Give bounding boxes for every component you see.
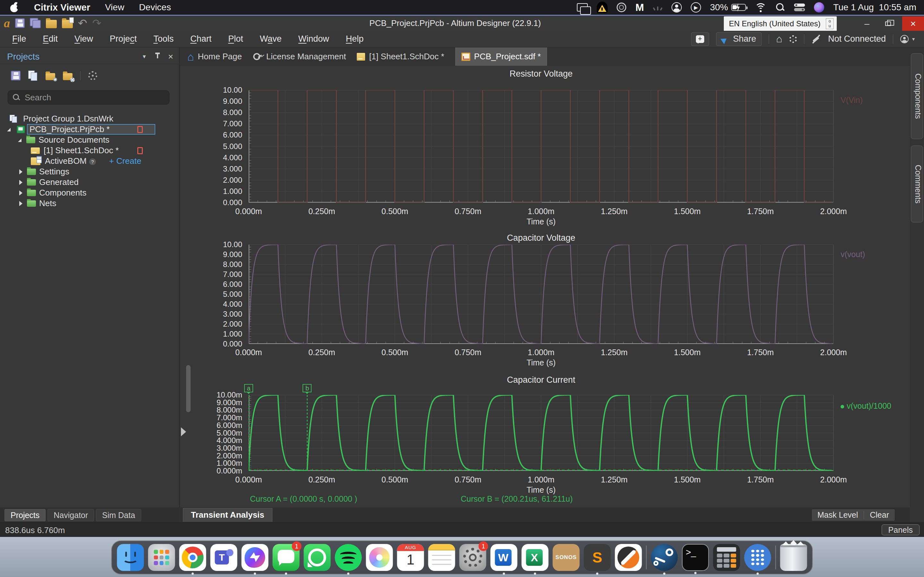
menu-help[interactable]: Help — [346, 34, 364, 44]
open-folder-icon[interactable] — [46, 20, 57, 28]
cursor-flag-b[interactable]: b — [302, 384, 312, 392]
dock-launchpad-icon[interactable] — [148, 544, 175, 571]
user-switch-icon[interactable] — [672, 2, 682, 13]
tree-item-settings[interactable]: Settings — [0, 166, 179, 177]
control-center-icon[interactable] — [794, 2, 805, 13]
tab-license-management[interactable]: License Management — [253, 47, 346, 66]
plot-area[interactable] — [249, 245, 834, 344]
mcafee-icon[interactable]: M — [635, 2, 644, 13]
tab-comments[interactable]: Comments — [911, 145, 923, 222]
settings-gear-icon[interactable] — [789, 35, 797, 43]
menu-project[interactable]: Project — [110, 34, 137, 44]
play-circle-icon[interactable]: ▶ — [691, 2, 701, 13]
altium-logo-icon[interactable]: a — [4, 18, 10, 29]
tab-transient-analysis[interactable]: Transient Analysis — [183, 508, 272, 522]
menu-chart[interactable]: Chart — [190, 34, 212, 44]
dock-finder-icon[interactable] — [117, 544, 144, 571]
account-button[interactable]: ▼ — [900, 35, 916, 43]
tree-item-activebom[interactable]: ActiveBOM ? + Create — [0, 156, 179, 166]
collapse-arrow-icon[interactable] — [19, 201, 23, 206]
minimize-button[interactable]: – — [857, 16, 877, 31]
save-project-icon[interactable] — [11, 71, 21, 81]
panels-button[interactable]: Panels — [882, 524, 919, 535]
dock-trash-icon[interactable] — [780, 544, 807, 571]
collapse-arrow-icon[interactable] — [19, 190, 23, 195]
wifi-icon[interactable] — [755, 2, 766, 13]
plot-area[interactable] — [249, 90, 834, 203]
dock-messenger-icon[interactable] — [242, 544, 268, 571]
close-button[interactable]: × — [902, 16, 924, 31]
battery-indicator[interactable]: 30% — [710, 2, 746, 13]
alert-icon[interactable] — [597, 2, 607, 13]
share-button[interactable]: Share — [716, 32, 762, 46]
explore-folder-icon[interactable] — [45, 73, 55, 80]
tree-item-generated[interactable]: Generated — [0, 177, 179, 187]
collapse-arrow-icon[interactable] — [19, 169, 23, 174]
macos-menu-devices[interactable]: Devices — [139, 2, 171, 13]
plot-area[interactable] — [249, 395, 834, 471]
dock-photos-icon[interactable] — [366, 544, 393, 571]
panel-close-icon[interactable]: × — [168, 53, 173, 61]
tab-home-page[interactable]: ⌂Home Page — [187, 47, 242, 66]
dock-notes-icon[interactable] — [428, 544, 455, 571]
connection-status[interactable]: Not Connected — [828, 34, 886, 44]
dock-excel-icon[interactable]: X — [522, 544, 549, 571]
cursor-flag-a[interactable]: a — [244, 384, 253, 392]
dock-sonos-icon[interactable]: SONOS — [553, 544, 580, 571]
comment-button[interactable]: + — [691, 32, 709, 46]
dock-settings-icon[interactable]: 1 — [459, 544, 486, 571]
dock-calculator-icon[interactable] — [713, 544, 740, 571]
dock-steam-icon[interactable] — [651, 544, 678, 571]
macos-app-name[interactable]: Citrix Viewer — [34, 2, 90, 13]
menu-plot[interactable]: Plot — [228, 34, 243, 44]
pin-icon[interactable] — [155, 53, 160, 61]
legend[interactable]: v(vout) — [841, 250, 865, 259]
legend-entry[interactable]: v(vout) — [841, 250, 865, 259]
menu-edit[interactable]: Edit — [43, 34, 58, 44]
dock-terminal-icon[interactable]: >_ — [682, 544, 709, 571]
tree-item-nets[interactable]: Nets — [0, 198, 179, 209]
macos-menu-view[interactable]: View — [105, 2, 124, 13]
save-icon[interactable] — [15, 18, 25, 28]
tab-components[interactable]: Components — [911, 53, 923, 139]
tree-item-components[interactable]: Components — [0, 187, 179, 198]
logi-circle-icon[interactable] — [617, 2, 626, 13]
tab-projects[interactable]: Projects — [5, 509, 45, 521]
expand-arrow-icon[interactable] — [18, 139, 21, 142]
panel-settings-icon[interactable] — [88, 71, 97, 80]
spotlight-icon[interactable] — [775, 2, 785, 13]
clear-button[interactable]: Clear — [864, 510, 895, 520]
legend-entry[interactable]: V(Vin) — [841, 95, 863, 105]
help-icon[interactable]: ? — [89, 158, 96, 165]
dock-spotify-icon[interactable] — [335, 544, 362, 571]
restore-button[interactable] — [879, 16, 898, 31]
dock-sublime-icon[interactable]: S — [584, 544, 611, 571]
tree-item-sheet1[interactable]: [1] Sheet1.SchDoc * — [0, 145, 179, 156]
menubar-clock[interactable]: Tue 1 Aug 10:55 am — [833, 2, 916, 13]
tree-item-pcb-project[interactable]: PCB_Project.PrjPcb * — [0, 124, 179, 135]
search-input[interactable] — [24, 92, 165, 103]
dock-teams-icon[interactable]: T — [210, 544, 237, 571]
language-badge[interactable]: EN English (United States) ou — [724, 16, 837, 31]
dock-chrome-icon[interactable] — [179, 544, 206, 571]
menu-window[interactable]: Window — [298, 34, 329, 44]
home-icon[interactable]: ⌂ — [776, 33, 782, 45]
menu-wave[interactable]: Wave — [260, 34, 282, 44]
tree-item-dsnwrk[interactable]: Project Group 1.DsnWrk — [0, 113, 179, 124]
legend[interactable]: V(Vin) — [841, 95, 863, 105]
create-link[interactable]: + Create — [109, 156, 141, 166]
apple-menu-icon[interactable] — [10, 2, 19, 13]
dock-word-icon[interactable]: W — [491, 544, 517, 571]
dock-swirl-app-icon[interactable] — [615, 544, 642, 571]
dock-fitbit-icon[interactable] — [744, 544, 771, 571]
siri-icon[interactable] — [814, 2, 824, 13]
search-box[interactable] — [8, 90, 170, 105]
open-document-icon[interactable] — [62, 20, 73, 28]
compile-documents-icon[interactable] — [28, 71, 38, 81]
menu-view[interactable]: View — [74, 34, 93, 44]
redo-icon[interactable]: ↷ — [92, 18, 102, 28]
menu-file[interactable]: File — [12, 34, 26, 44]
tab-sheet1-schdoc[interactable]: [1] Sheet1.SchDoc * — [357, 47, 444, 66]
tab-sim-data[interactable]: Sim Data — [96, 509, 141, 521]
tab-pcb-project-sdf[interactable]: PCB_Project.sdf * — [455, 47, 547, 66]
